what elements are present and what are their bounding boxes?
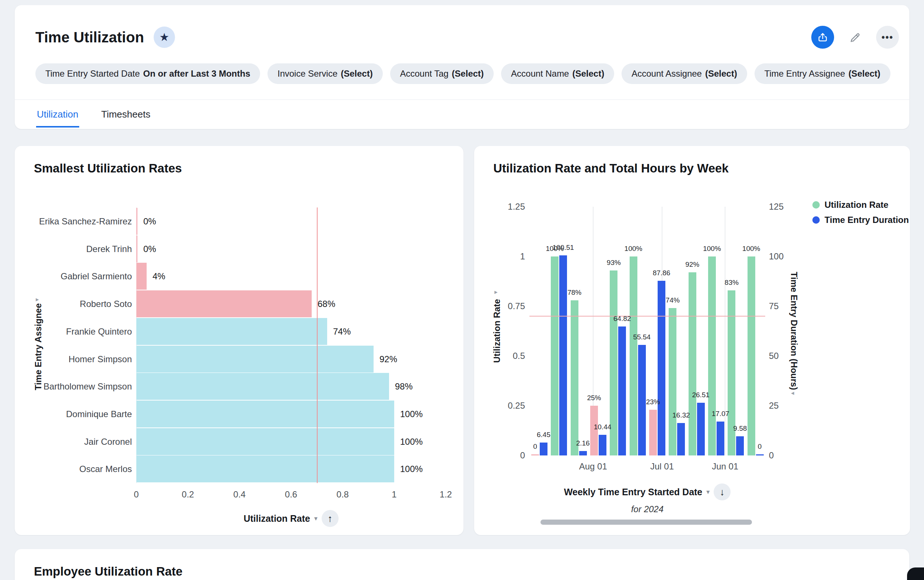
filter-pill-account-assignee[interactable]: Account Assignee(Select)	[621, 63, 747, 84]
collapse-left-axis-icon[interactable]: ▸	[495, 289, 498, 295]
utilization-bar[interactable]	[136, 236, 137, 262]
duration-bar[interactable]	[599, 435, 607, 455]
filter-label: Account Tag	[400, 69, 449, 79]
utilization-label: 0	[519, 443, 552, 451]
sort-ascending-button[interactable]: ↑	[322, 510, 339, 527]
x-axis-title[interactable]: Weekly Time Entry Started Date	[564, 487, 702, 498]
utilization-bar[interactable]	[630, 257, 637, 455]
duration-bar[interactable]	[559, 255, 567, 455]
duration-label: 6.45	[527, 431, 561, 439]
duration-label: 0	[743, 443, 776, 451]
filter-value: On or after Last 3 Months	[143, 69, 250, 79]
duration-label: 55.54	[625, 333, 658, 341]
value-label: 68%	[317, 290, 335, 318]
duration-label: 26.51	[684, 391, 717, 399]
utilization-bar[interactable]	[136, 318, 327, 345]
x-axis-tick: 1.2	[427, 489, 464, 500]
utilization-bar[interactable]	[689, 272, 696, 455]
utilization-label: 25%	[578, 394, 611, 402]
filter-pill-time-entry-started-date[interactable]: Time Entry Started DateOn or after Last …	[35, 63, 260, 84]
value-label: 100%	[400, 455, 423, 483]
filter-pill-invoice-service[interactable]: Invoice Service(Select)	[268, 63, 382, 84]
y-axis-tick: 0	[474, 450, 525, 461]
category-label: Roberto Soto	[15, 290, 132, 318]
utilization-label: 100%	[695, 245, 729, 253]
category-label: Gabriel Sarmiento	[15, 262, 132, 290]
value-label: 0%	[143, 235, 156, 263]
duration-label: 64.82	[606, 315, 639, 323]
duration-bar[interactable]	[756, 454, 764, 455]
filter-label: Time Entry Started Date	[45, 69, 140, 79]
category-label: Derek Trinh	[15, 235, 132, 263]
horizontal-bar-plot: Erika Sanchez-Ramirez0%Derek Trinh0%Gabr…	[15, 208, 464, 483]
duration-bar[interactable]	[658, 281, 665, 455]
duration-label: 100.51	[547, 244, 580, 252]
utilization-bar[interactable]	[136, 400, 394, 427]
category-label: Frankie Quintero	[15, 318, 132, 345]
weekly-utilization-card: Utilization Rate and Total Hours by Week…	[474, 146, 910, 535]
sort-descending-button[interactable]: ↓	[714, 483, 731, 501]
x-axis-control: Weekly Time Entry Started Date ▾ ↓	[529, 483, 765, 501]
legend-item-utilization-rate[interactable]: Utilization Rate	[812, 200, 909, 210]
utilization-bar[interactable]	[136, 290, 312, 317]
corner-accent	[907, 567, 924, 580]
axis-note: for 2024	[529, 504, 765, 514]
duration-label: 17.07	[704, 410, 737, 418]
utilization-bar[interactable]	[531, 454, 539, 455]
tab-timesheets[interactable]: Timesheets	[100, 100, 151, 127]
horizontal-scrollbar-thumb[interactable]	[541, 519, 752, 525]
y-axis-tick: 1	[474, 251, 525, 262]
category-label: Oscar Merlos	[15, 455, 132, 483]
filter-label: Time Entry Assignee	[765, 69, 845, 79]
duration-bar[interactable]	[579, 451, 587, 455]
utilization-bar[interactable]	[136, 428, 394, 455]
utilization-bar[interactable]	[136, 346, 373, 372]
filter-label: Invoice Service	[278, 69, 337, 79]
category-label: Jair Coronel	[15, 428, 132, 455]
ellipsis-icon: •••	[881, 33, 893, 42]
more-button[interactable]: •••	[876, 26, 899, 49]
filter-pill-account-tag[interactable]: Account Tag(Select)	[390, 63, 494, 84]
category-label: Homer Simpson	[15, 345, 132, 373]
utilization-bar[interactable]	[649, 410, 657, 455]
utilization-bar[interactable]	[136, 373, 389, 400]
utilization-bar[interactable]	[571, 300, 579, 455]
utilization-bar[interactable]	[136, 263, 146, 290]
header-actions: •••	[811, 26, 899, 49]
utilization-bar[interactable]	[669, 308, 676, 455]
value-label: 92%	[380, 345, 397, 373]
utilization-label: 93%	[597, 259, 630, 267]
reference-line	[317, 208, 317, 483]
utilization-label: 83%	[715, 278, 748, 287]
duration-bar[interactable]	[697, 403, 705, 455]
duration-label: 87.86	[645, 269, 678, 277]
collapse-right-axis-icon[interactable]: ◂	[791, 390, 794, 396]
favorite-button[interactable]: ★	[154, 26, 175, 48]
x-axis-tick: Aug 01	[567, 461, 619, 472]
utilization-label: 92%	[676, 260, 709, 269]
duration-bar[interactable]	[618, 326, 626, 455]
value-label: 74%	[333, 318, 351, 345]
duration-bar[interactable]	[677, 423, 685, 455]
utilization-bar[interactable]	[136, 208, 137, 235]
x-axis-tick: 0	[118, 489, 155, 500]
chart-title: Smallest Utilization Rates	[34, 161, 182, 175]
edit-button[interactable]	[844, 26, 866, 49]
title-row: Time Utilization ★ •••	[35, 25, 899, 49]
chevron-down-icon[interactable]: ▾	[314, 514, 317, 522]
chevron-down-icon[interactable]: ▾	[706, 488, 710, 496]
tab-utilization[interactable]: Utilization	[36, 100, 79, 127]
legend-item-time-entry-duration-ho[interactable]: Time Entry Duration (Ho	[812, 215, 909, 225]
filter-pill-time-entry-assignee[interactable]: Time Entry Assignee(Select)	[755, 63, 891, 84]
utilization-bar[interactable]	[551, 257, 559, 455]
legend: Utilization RateTime Entry Duration (Ho	[812, 200, 909, 230]
filter-value: (Select)	[848, 69, 881, 79]
share-button[interactable]	[811, 26, 834, 49]
utilization-bar[interactable]	[136, 455, 394, 482]
x-axis-title[interactable]: Utilization Rate	[243, 513, 310, 524]
x-axis-tick: Jun 01	[699, 461, 751, 472]
x-axis-tick: 1	[376, 489, 413, 500]
filter-pill-account-name[interactable]: Account Name(Select)	[501, 63, 614, 84]
y-axis-tick: 0.25	[474, 400, 525, 411]
legend-label: Time Entry Duration (Ho	[825, 215, 909, 225]
